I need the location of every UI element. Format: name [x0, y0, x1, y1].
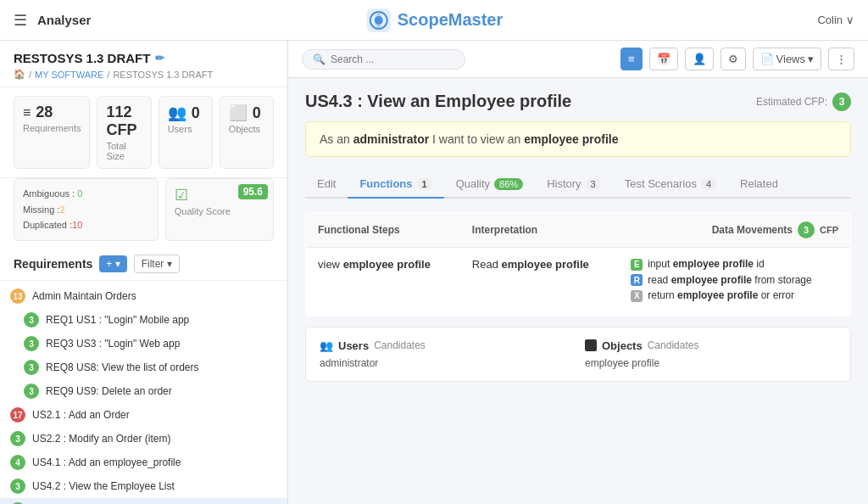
tab-badge: 3: [586, 178, 601, 190]
dm-text: return employee profile or error: [648, 289, 794, 301]
list-item[interactable]: 17US2.1 : Add an Order: [0, 403, 287, 427]
objects-count: 0: [253, 104, 261, 122]
logo-scope: Scope: [398, 10, 448, 29]
col-data-movements: Data Movements 3 CFP: [619, 213, 850, 248]
menu-icon[interactable]: ☰: [14, 11, 27, 30]
app-header: ☰ Analyser ScopeMaster Colin ∨: [0, 0, 868, 41]
tab-label: Quality: [456, 177, 490, 190]
candidates-section: 👥 Users Candidates administrator Objects…: [305, 327, 851, 382]
list-item[interactable]: 3REQ1 US1 : "Login" Mobile app: [0, 308, 287, 332]
logo-icon: [365, 7, 392, 34]
quality-score-badge: 95.6: [238, 184, 268, 199]
tab-label: History: [547, 177, 581, 190]
tab-functions[interactable]: Functions1: [348, 171, 443, 199]
objects-cand-icon: [585, 339, 597, 351]
list-item[interactable]: 3REQ8 US8: View the list of orders: [0, 356, 287, 379]
stat-objects: ⬜ 0 Objects: [220, 96, 274, 169]
dm-letter-r: R: [631, 274, 643, 286]
user-name: Colin: [817, 14, 843, 26]
interp-bold: employee profile: [502, 258, 589, 271]
duplicated-value: 10: [72, 220, 82, 230]
req-badge: 13: [10, 288, 25, 304]
list-item[interactable]: 3US4.3 : View an Employee profile: [0, 498, 287, 504]
missing-label: Missing :: [23, 204, 59, 215]
objects-cand-label: Objects: [602, 339, 643, 352]
users-cand-sub: Candidates: [374, 339, 426, 351]
user-add-button[interactable]: 👤: [685, 48, 714, 70]
objects-label: Objects: [229, 124, 264, 134]
settings-button[interactable]: ⚙: [721, 48, 746, 70]
cfp-label-sm: CFP: [820, 225, 838, 235]
quality-row: Ambiguous : 0 Missing :2 Duplicated :10 …: [0, 178, 287, 248]
cfp-label: Total Size: [106, 141, 142, 161]
interpretation-cell: Read employee profile: [460, 248, 619, 316]
tab-quality[interactable]: Quality86%: [444, 171, 536, 199]
main-content: RESTOSYS 1.3 DRAFT ✏ 🏠 / MY SOFTWARE / R…: [0, 41, 868, 504]
users-icon: 👥: [168, 104, 186, 122]
breadcrumb-home-icon[interactable]: 🏠: [14, 69, 25, 80]
stat-requirements: ≡ 28 Requirements: [14, 96, 90, 169]
detail-title: US4.3 : View an Employee profile: [305, 92, 571, 111]
edit-icon[interactable]: ✏: [155, 52, 164, 64]
quality-score-card: 95.6 ☑ Quality Score: [165, 178, 274, 241]
missing-value: 2: [59, 204, 64, 215]
stat-req-value: ≡ 28: [23, 104, 81, 121]
us-bold-admin: administrator: [353, 132, 429, 146]
search-box[interactable]: 🔍: [302, 49, 465, 70]
users-count: 0: [192, 104, 200, 122]
req-badge: 17: [10, 407, 25, 423]
list-item[interactable]: 13Admin Maintain Orders: [0, 284, 287, 308]
col-interpretation: Interpretation: [460, 213, 619, 248]
req-badge: 3: [10, 479, 25, 494]
us-bold-profile: employee profile: [524, 132, 618, 146]
users-value: 👥 0: [168, 104, 203, 122]
req-name: REQ1 US1 : "Login" Mobile app: [46, 314, 189, 326]
quality-issues-card: Ambiguous : 0 Missing :2 Duplicated :10: [14, 178, 159, 241]
users-cand-title: 👥 Users Candidates: [320, 339, 571, 352]
req-badge: 3: [24, 336, 39, 351]
user-menu[interactable]: Colin ∨: [817, 14, 854, 26]
dm-text: input employee profile id: [648, 258, 764, 270]
list-item[interactable]: 3REQ9 US9: Delete an order: [0, 379, 287, 403]
list-view-button[interactable]: ≡: [620, 48, 643, 70]
req-name: US2.2 : Modify an Order (item): [32, 433, 170, 445]
objects-icon: ⬜: [229, 104, 248, 122]
logo-text: ScopeMaster: [398, 10, 504, 30]
list-item[interactable]: 3REQ3 US3 : "Login" Web app: [0, 332, 287, 356]
cfp-count-badge: 3: [798, 221, 815, 238]
filter-button[interactable]: Filter ▾: [134, 255, 180, 273]
list-item[interactable]: 3US4.2 : View the Employee List: [0, 474, 287, 498]
breadcrumb-software[interactable]: MY SOFTWARE: [35, 70, 103, 80]
list-item[interactable]: 4US4.1 : Add an employee_profile: [0, 451, 287, 474]
tab-history[interactable]: History3: [535, 171, 613, 199]
step-bold: employee profile: [343, 258, 431, 271]
estimated-cfp-value: 3: [832, 92, 851, 111]
objects-value: ⬜ 0: [229, 104, 264, 122]
logo-master: Master: [448, 10, 503, 29]
tab-edit[interactable]: Edit: [305, 171, 348, 199]
tab-badge: 1: [417, 178, 432, 190]
views-button[interactable]: 📄 Views ▾: [753, 48, 821, 70]
users-cand-icon: 👥: [320, 339, 333, 352]
app-name: Analyser: [37, 13, 91, 27]
req-name: REQ8 US8: View the list of orders: [46, 361, 199, 373]
list-item[interactable]: 3US2.2 : Modify an Order (item): [0, 427, 287, 451]
user-story-box: As an administrator I want to view an em…: [305, 121, 851, 157]
req-name: US4.1 : Add an employee_profile: [32, 456, 181, 468]
more-button[interactable]: ⋮: [828, 48, 854, 70]
dm-col-label: Data Movements: [712, 224, 793, 236]
req-badge: 3: [24, 384, 39, 399]
search-input[interactable]: [331, 53, 454, 65]
calendar-view-button[interactable]: 📅: [649, 48, 678, 70]
req-name: US4.2 : View the Employee List: [32, 480, 175, 492]
tab-test-scenarios[interactable]: Test Scenarios4: [613, 171, 728, 199]
estimated-cfp-label: Estimated CFP:: [756, 96, 827, 108]
tab-related[interactable]: Related: [728, 171, 790, 199]
right-section: 🔍 ≡ 📅 👤 ⚙ 📄 Views ▾ ⋮ US4.3 : View an Em…: [288, 41, 868, 504]
cfp-value: 112 CFP: [106, 104, 142, 139]
quality-score-label: Quality Score: [175, 206, 264, 216]
project-header: RESTOSYS 1.3 DRAFT ✏ 🏠 / MY SOFTWARE / R…: [0, 41, 287, 87]
add-requirement-button[interactable]: + ▾: [99, 255, 126, 272]
users-cand-label: Users: [338, 339, 369, 352]
req-list-header: Requirements + ▾ Filter ▾: [0, 248, 287, 281]
